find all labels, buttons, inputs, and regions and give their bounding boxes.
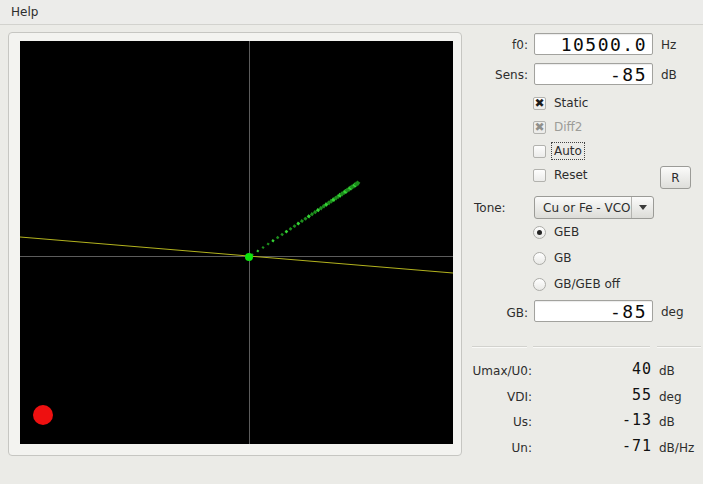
- check-x-icon: ✖: [534, 97, 544, 109]
- radio-gb-geb-off[interactable]: GB/GEB off: [533, 276, 622, 292]
- r-button[interactable]: R: [660, 166, 691, 189]
- checkbox-box-icon: ✖: [533, 121, 546, 134]
- radio-circle-icon[interactable]: [533, 226, 546, 239]
- gb-label: GB:: [466, 306, 528, 320]
- plot-panel: [8, 32, 462, 456]
- f0-unit: Hz: [661, 38, 676, 52]
- checkbox-diff2-label: Diff2: [552, 119, 584, 135]
- combo-arrow-button[interactable]: [631, 197, 653, 218]
- checkbox-static[interactable]: ✖ Static: [533, 95, 590, 111]
- separator: [533, 346, 650, 347]
- radio-gb-geb-off-label: GB/GEB off: [552, 276, 622, 292]
- radio-circle-icon[interactable]: [533, 252, 546, 265]
- check-x-icon: ✖: [534, 121, 544, 133]
- radio-geb-label: GEB: [552, 224, 581, 240]
- radio-gb-label: GB: [552, 250, 574, 266]
- checkbox-diff2: ✖ Diff2: [533, 119, 584, 135]
- un-label: Un:: [462, 441, 532, 455]
- un-value: -71: [556, 437, 652, 455]
- us-unit: dB: [659, 415, 675, 429]
- tone-select[interactable]: Cu or Fe - VCO: [534, 196, 654, 219]
- f0-input[interactable]: [534, 33, 653, 55]
- plot-canvas: [20, 41, 453, 444]
- checkbox-auto[interactable]: ✖ Auto: [533, 143, 584, 159]
- radio-gb[interactable]: GB: [533, 250, 574, 266]
- checkbox-auto-label: Auto: [552, 143, 584, 159]
- checkbox-box-icon[interactable]: ✖: [533, 169, 546, 182]
- checkbox-box-icon[interactable]: ✖: [533, 97, 546, 110]
- vdi-unit: deg: [659, 390, 682, 404]
- radio-geb[interactable]: GEB: [533, 224, 581, 240]
- sens-label: Sens:: [466, 68, 528, 82]
- vdi-label: VDI:: [462, 390, 532, 404]
- separator: [657, 346, 701, 347]
- vdi-value: 55: [556, 386, 652, 404]
- checkbox-reset-label: Reset: [552, 167, 590, 183]
- umax-u0-label: Umax/U0:: [462, 364, 532, 378]
- sens-input[interactable]: [534, 63, 653, 85]
- radio-dot-icon: [537, 230, 542, 235]
- us-value: -13: [556, 411, 652, 429]
- sens-unit: dB: [661, 68, 677, 82]
- umax-u0-unit: dB: [659, 364, 675, 378]
- umax-u0-value: 40: [556, 360, 652, 378]
- f0-label: f0:: [466, 38, 528, 52]
- separator: [472, 346, 527, 347]
- checkbox-static-label: Static: [552, 95, 590, 111]
- us-label: Us:: [462, 415, 532, 429]
- chevron-down-icon: [639, 205, 647, 210]
- radio-circle-icon[interactable]: [533, 278, 546, 291]
- un-unit: dB/Hz: [659, 441, 694, 455]
- menu-bar: Help: [0, 0, 703, 25]
- checkbox-box-icon[interactable]: ✖: [533, 145, 546, 158]
- gb-input[interactable]: [534, 300, 653, 322]
- tone-selected-value: Cu or Fe - VCO: [535, 201, 631, 215]
- app-window: { "colors": { "window_bg": "#ebebe7", "p…: [0, 0, 703, 484]
- menu-help[interactable]: Help: [2, 2, 47, 22]
- tone-label: Tone:: [474, 201, 506, 215]
- checkbox-reset[interactable]: ✖ Reset: [533, 167, 590, 183]
- gb-unit: deg: [661, 305, 684, 319]
